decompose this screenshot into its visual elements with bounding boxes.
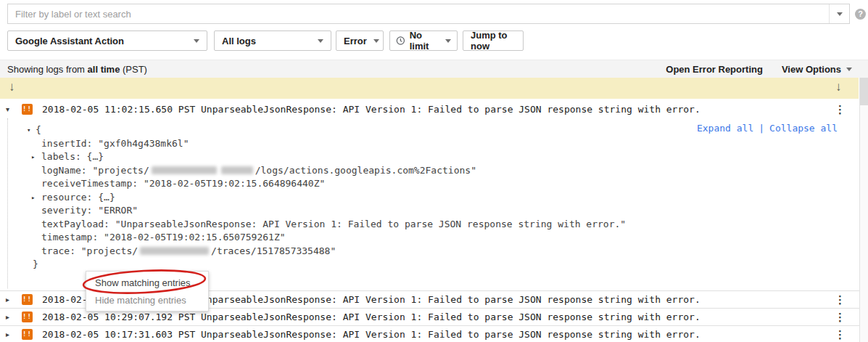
caret-down-icon (373, 39, 379, 43)
json-line-close: } (0, 258, 841, 272)
link-separator: | (759, 123, 764, 134)
row-overflow-menu-icon[interactable]: ⋮ (835, 329, 846, 340)
help-icon[interactable]: ? (855, 9, 866, 20)
collapse-triangle-icon[interactable]: ▾ (6, 105, 22, 113)
caret-down-icon (837, 12, 843, 16)
view-options-dropdown[interactable]: View Options (782, 64, 852, 75)
log-entry-row-expanded[interactable]: ▾ !! 2018-02-05 11:02:15.650 PST Unparse… (0, 99, 859, 118)
json-line-field: receiveTimestamp: "2018-02-05T19:02:15.6… (0, 177, 841, 191)
menu-item-show-matching-entries[interactable]: Show matching entries (95, 277, 208, 288)
expand-triangle-icon[interactable]: ▸ (31, 191, 35, 205)
json-line-field: insertId: "gxf0h4g438mk6l" (0, 137, 841, 151)
caret-down-icon (846, 68, 852, 71)
time-range-value: all time (88, 64, 120, 75)
error-severity-badge: !! (22, 104, 33, 115)
stream-logs-bar[interactable]: ↓ ↓ (0, 78, 859, 99)
filter-input[interactable] (8, 4, 829, 23)
jump-to-now-button[interactable]: Jump to now (463, 30, 524, 51)
error-severity-badge: !! (22, 329, 33, 340)
redacted-text (221, 166, 253, 174)
row-overflow-menu-icon[interactable]: ⋮ (835, 294, 846, 305)
resource-selector-dropdown[interactable]: Google Assistant Action (7, 30, 207, 51)
log-message: UnparseableJsonResponse: API Version 1: … (201, 329, 700, 340)
log-entry-json-detail: ▾{insertId: "gxf0h4g438mk6l"▸labels: {…}… (0, 123, 841, 272)
scrollbar-thumb[interactable] (860, 78, 868, 105)
log-entry-row[interactable]: ▸!!2018-02-05 10:17:31.603 PSTUnparseabl… (0, 325, 859, 342)
json-line-expandable[interactable]: ▸labels: {…} (0, 150, 841, 164)
json-line-field: severity: "ERROR" (0, 204, 841, 218)
redacted-text (140, 247, 209, 255)
resource-selector-label: Google Assistant Action (15, 36, 124, 46)
menu-item-hide-matching-entries[interactable]: Hide matching entries (95, 295, 208, 306)
log-timestamp: 2018-02-05 10:29:07.192 PST (42, 312, 201, 322)
log-message: UnparseableJsonResponse: API Version 1: … (201, 104, 700, 115)
error-severity-badge: !! (22, 312, 33, 322)
logs-header-bar: Showing logs from all time (PST) Open Er… (0, 60, 868, 78)
filter-dropdown-toggle[interactable] (829, 4, 849, 23)
log-message: UnparseableJsonResponse: API Version 1: … (201, 312, 700, 322)
redacted-text (152, 166, 217, 174)
time-limit-label: No limit (410, 30, 441, 52)
expand-triangle-icon[interactable]: ▸ (6, 296, 22, 304)
open-error-reporting-link[interactable]: Open Error Reporting (666, 64, 763, 75)
expand-triangle-icon[interactable]: ▸ (6, 313, 22, 321)
scrollbar-track[interactable] (859, 78, 868, 342)
log-message: UnparseableJsonResponse: API Version 1: … (201, 294, 700, 305)
log-timestamp: 2018-02-05 11:02:15.650 PST (42, 104, 201, 115)
log-selector-label: All logs (222, 36, 256, 46)
filter-input-container[interactable] (7, 4, 850, 24)
expand-collapse-links: Expand all|Collapse all (697, 123, 838, 134)
json-line-redacted: logName: "projects//logs/actions.googlea… (0, 164, 841, 178)
scroll-down-arrow-icon[interactable]: ↓ (9, 80, 15, 94)
jump-to-now-label: Jump to now (471, 30, 516, 52)
view-options-label: View Options (782, 64, 841, 75)
scroll-down-arrow-icon[interactable]: ↓ (835, 80, 842, 94)
error-severity-badge: !! (22, 294, 33, 305)
expand-all-link[interactable]: Expand all (697, 123, 753, 134)
expand-triangle-icon[interactable]: ▸ (31, 150, 35, 164)
expand-triangle-icon[interactable]: ▸ (6, 330, 22, 338)
time-limit-dropdown[interactable]: No limit (389, 30, 458, 51)
row-overflow-menu-icon[interactable]: ⋮ (835, 104, 846, 115)
json-line-field: textPayload: "UnparseableJsonResponse: A… (0, 218, 841, 232)
json-line-redacted: trace: "projects//traces/1517857335488" (0, 245, 841, 258)
caret-down-icon (318, 39, 323, 43)
collapse-triangle-icon[interactable]: ▾ (27, 123, 30, 137)
caret-down-icon (445, 39, 451, 43)
showing-logs-text: Showing logs from all time (PST) (7, 64, 147, 75)
json-line-expandable[interactable]: ▸resource: {…} (0, 191, 841, 205)
log-timestamp: 2018-02-05 10:17:31.603 PST (42, 329, 201, 340)
json-line-field: timestamp: "2018-02-05T19:02:15.65075926… (0, 231, 841, 245)
severity-selector-label: Error (344, 36, 367, 46)
collapse-all-link[interactable]: Collapse all (769, 123, 838, 134)
row-overflow-menu-icon[interactable]: ⋮ (835, 312, 846, 322)
row-context-menu: Show matching entries Hide matching entr… (86, 271, 209, 312)
stackdriver-logs-viewer-page: { "filter_bar": { "placeholder": "Filter… (0, 0, 868, 342)
caret-down-icon (194, 39, 199, 43)
log-selector-dropdown[interactable]: All logs (214, 30, 331, 51)
severity-selector-dropdown[interactable]: Error (336, 30, 384, 51)
clock-icon (396, 36, 405, 46)
